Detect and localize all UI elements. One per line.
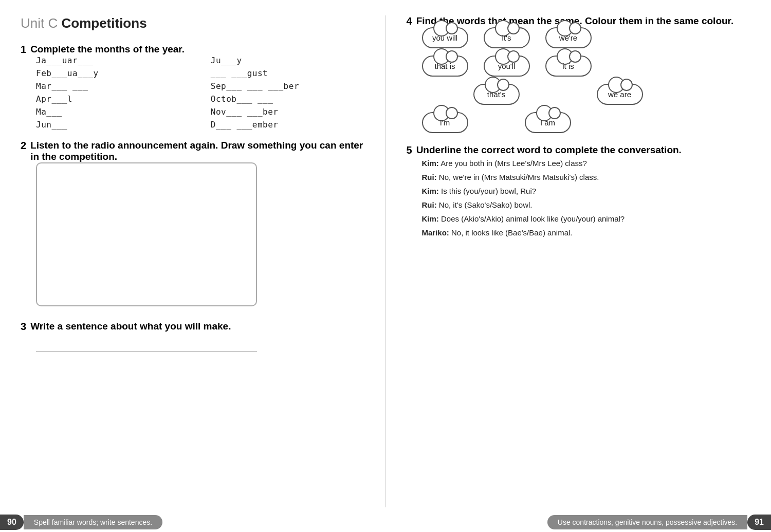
speaker-kim-2: Kim: xyxy=(422,187,439,195)
section-5: 5 Underline the correct word to complete… xyxy=(407,144,751,240)
unit-header: Unit C Competitions xyxy=(21,15,365,31)
footer-text-left: Spell familiar words; write sentences. xyxy=(24,515,162,529)
cloud-youll: you'll xyxy=(484,56,530,77)
footer-right: Use contractions, genitive nouns, posses… xyxy=(547,515,771,530)
section-4-number: 4 xyxy=(407,15,412,27)
speaker-kim-1: Kim: xyxy=(422,159,439,168)
cloud-row-3: that's we are xyxy=(473,84,751,105)
section-3-title: Write a sentence about what you will mak… xyxy=(30,321,231,332)
conv-line-4: Rui: No, it's (Sako's/Sako) bowl. xyxy=(422,198,751,212)
cloud-area: you will it's we're that is you'll xyxy=(422,27,751,133)
section-1-title: Complete the months of the year. xyxy=(30,44,185,55)
month-jan: Ja___uar___ xyxy=(36,56,190,65)
month-sep: Sep___ ___ ___ber xyxy=(211,81,365,91)
cloud-that-is: that is xyxy=(422,56,468,77)
cloud-row-2: that is you'll it is xyxy=(422,56,751,77)
conv-line-2: Rui: No, we're in (Mrs Matsuki/Mrs Matsu… xyxy=(422,170,751,184)
write-line xyxy=(36,337,257,352)
cloud-row-4: I'm I am xyxy=(422,112,751,133)
month-jun: Jun___ xyxy=(36,120,190,130)
left-column: Unit C Competitions 1 Complete the month… xyxy=(21,15,365,507)
cloud-i-am: I am xyxy=(525,112,571,133)
month-oct: Octob___ ___ xyxy=(211,94,365,104)
section-2-header: 2 Listen to the radio announcement again… xyxy=(21,140,365,162)
section-2-number: 2 xyxy=(21,140,26,152)
month-feb: Feb___ua___y xyxy=(36,68,190,78)
cloud-word-youll: you'll xyxy=(498,62,516,70)
section-4: 4 Find the words that mean the same. Col… xyxy=(407,15,751,133)
cloud-word-that-is: that is xyxy=(434,62,455,70)
month-may: Ma___ xyxy=(36,107,190,117)
month-jul: Ju___y xyxy=(211,56,365,65)
section-3-number: 3 xyxy=(21,321,26,333)
cloud-thats: that's xyxy=(473,84,520,105)
section-3-header: 3 Write a sentence about what you will m… xyxy=(21,321,365,333)
month-apr: Apr___l xyxy=(36,94,190,104)
month-aug: ___ ___gust xyxy=(211,68,365,78)
cloud-word-it-is: it is xyxy=(562,62,574,70)
section-5-title: Underline the correct word to complete t… xyxy=(416,144,682,156)
section-5-header: 5 Underline the correct word to complete… xyxy=(407,144,751,156)
month-mar: Mar___ ___ xyxy=(36,81,190,91)
cloud-we-are: we are xyxy=(597,84,643,105)
month-nov: Nov___ ___ber xyxy=(211,107,365,117)
cloud-word-its: it's xyxy=(502,33,511,42)
speaker-rui-1: Rui: xyxy=(422,173,437,181)
section-5-number: 5 xyxy=(407,144,412,156)
cloud-word-were: we're xyxy=(559,33,577,42)
section-2-title: Listen to the radio announcement again. … xyxy=(30,140,364,162)
speaker-mariko: Mariko: xyxy=(422,228,449,237)
section-2: 2 Listen to the radio announcement again… xyxy=(21,140,365,306)
conv-line-5: Kim: Does (Akio's/Akio) animal look like… xyxy=(422,212,751,226)
cloud-word-you-will: you will xyxy=(432,33,457,42)
footer-left: 90 Spell familiar words; write sentences… xyxy=(0,515,162,530)
section-1-header: 1 Complete the months of the year. xyxy=(21,44,365,56)
unit-title: Competitions xyxy=(61,15,146,31)
cloud-it-is: it is xyxy=(545,56,592,77)
unit-label: Unit C xyxy=(21,15,58,31)
cloud-you-will: you will xyxy=(422,27,468,48)
months-grid: Ja___uar___ Ju___y Feb___ua___y ___ ___g… xyxy=(36,56,365,130)
drawing-box[interactable] xyxy=(36,162,257,306)
conv-line-3: Kim: Is this (you/your) bowl, Rui? xyxy=(422,184,751,198)
section-3: 3 Write a sentence about what you will m… xyxy=(21,321,365,352)
cloud-word-i-am: I am xyxy=(540,118,555,127)
footer-page-right: 91 xyxy=(747,515,771,530)
cloud-word-im: I'm xyxy=(440,118,450,127)
conversation-text: Kim: Are you both in (Mrs Lee's/Mrs Lee)… xyxy=(422,156,751,240)
cloud-word-we-are: we are xyxy=(608,90,631,99)
section-1-number: 1 xyxy=(21,44,26,56)
cloud-word-thats: that's xyxy=(487,90,505,99)
cloud-were: we're xyxy=(545,27,592,48)
conv-line-6: Mariko: No, it looks like (Bae's/Bae) an… xyxy=(422,226,751,240)
month-dec: D___ ___ember xyxy=(211,120,365,130)
page-footer: 90 Spell familiar words; write sentences… xyxy=(0,512,771,532)
footer-text-right: Use contractions, genitive nouns, posses… xyxy=(547,515,747,529)
cloud-row-1: you will it's we're xyxy=(422,27,751,48)
cloud-im: I'm xyxy=(422,112,468,133)
conv-line-1: Kim: Are you both in (Mrs Lee's/Mrs Lee)… xyxy=(422,156,751,170)
cloud-its: it's xyxy=(484,27,530,48)
section-1: 1 Complete the months of the year. Ja___… xyxy=(21,44,365,130)
speaker-kim-3: Kim: xyxy=(422,214,439,223)
footer-page-left: 90 xyxy=(0,515,24,530)
speaker-rui-2: Rui: xyxy=(422,200,437,209)
right-column: 4 Find the words that mean the same. Col… xyxy=(386,15,751,507)
